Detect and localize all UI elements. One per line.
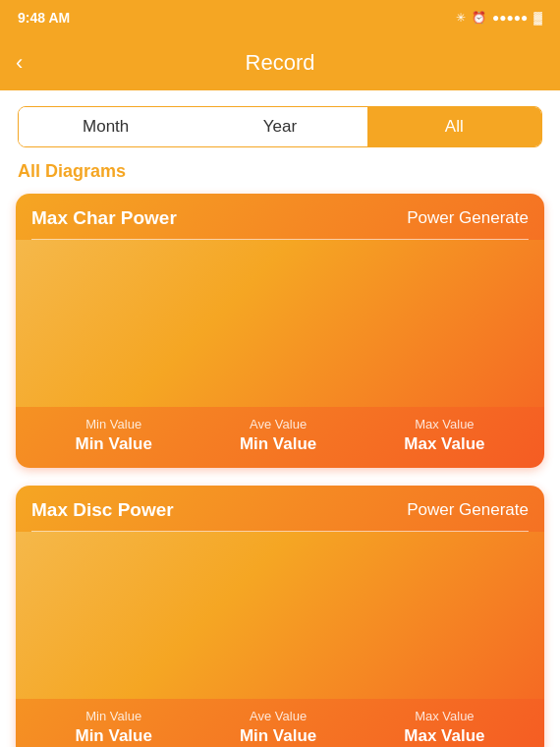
card-header-char: Max Char Power Power Generate bbox=[16, 194, 544, 239]
chart-area-disc bbox=[16, 532, 544, 699]
card-title-disc: Max Disc Power bbox=[31, 499, 174, 521]
stat-ave-disc: Ave Value Min Value bbox=[240, 709, 316, 746]
stat-min-label-char: Min Value bbox=[85, 417, 141, 431]
tab-all[interactable]: All bbox=[367, 107, 541, 146]
tab-bar: Month Year All bbox=[18, 106, 542, 147]
stat-ave-value-char: Min Value bbox=[240, 434, 316, 454]
stat-max-value-disc: Max Value bbox=[404, 726, 484, 746]
stat-min-value-char: Min Value bbox=[75, 434, 151, 454]
stat-max-value-char: Max Value bbox=[404, 434, 484, 454]
chart-area-char bbox=[16, 240, 544, 407]
disc-power-card: Max Disc Power Power Generate Min Value … bbox=[16, 486, 544, 747]
bluetooth-icon: ✳ bbox=[456, 11, 466, 25]
stat-ave-label-disc: Ave Value bbox=[250, 709, 307, 723]
header: ‹ Record bbox=[0, 35, 560, 90]
stat-ave-char: Ave Value Min Value bbox=[240, 417, 316, 454]
section-title: All Diagrams bbox=[0, 161, 560, 194]
status-bar: 9:48 AM ✳ ⏰ ●●●●● ▓ bbox=[0, 0, 560, 35]
battery-icon: ▓ bbox=[533, 11, 542, 25]
stats-row-char: Min Value Min Value Ave Value Min Value … bbox=[16, 407, 544, 468]
status-icons: ✳ ⏰ ●●●●● ▓ bbox=[456, 11, 542, 25]
status-time: 9:48 AM bbox=[18, 10, 70, 26]
card-subtitle-disc: Power Generate bbox=[407, 500, 529, 520]
tab-month[interactable]: Month bbox=[19, 107, 193, 146]
stat-max-label-disc: Max Value bbox=[415, 709, 474, 723]
stat-max-disc: Max Value Max Value bbox=[404, 709, 484, 746]
card-title-char: Max Char Power bbox=[31, 207, 177, 229]
alarm-icon: ⏰ bbox=[472, 11, 486, 25]
stat-min-char: Min Value Min Value bbox=[75, 417, 151, 454]
main-content: Month Year All All Diagrams Max Char Pow… bbox=[0, 90, 560, 747]
char-power-card: Max Char Power Power Generate Min Value … bbox=[16, 194, 544, 468]
back-button[interactable]: ‹ bbox=[16, 50, 23, 76]
stat-max-label-char: Max Value bbox=[415, 417, 474, 431]
stat-min-label-disc: Min Value bbox=[85, 709, 141, 723]
card-header-disc: Max Disc Power Power Generate bbox=[16, 486, 544, 531]
tab-year[interactable]: Year bbox=[193, 107, 366, 146]
stat-ave-value-disc: Min Value bbox=[240, 726, 316, 746]
stat-max-char: Max Value Max Value bbox=[404, 417, 484, 454]
page-title: Record bbox=[246, 50, 315, 76]
signal-icon: ●●●●● bbox=[492, 11, 528, 25]
stat-ave-label-char: Ave Value bbox=[250, 417, 307, 431]
card-subtitle-char: Power Generate bbox=[407, 208, 529, 228]
stat-min-value-disc: Min Value bbox=[75, 726, 151, 746]
stat-min-disc: Min Value Min Value bbox=[75, 709, 151, 746]
stats-row-disc: Min Value Min Value Ave Value Min Value … bbox=[16, 699, 544, 747]
